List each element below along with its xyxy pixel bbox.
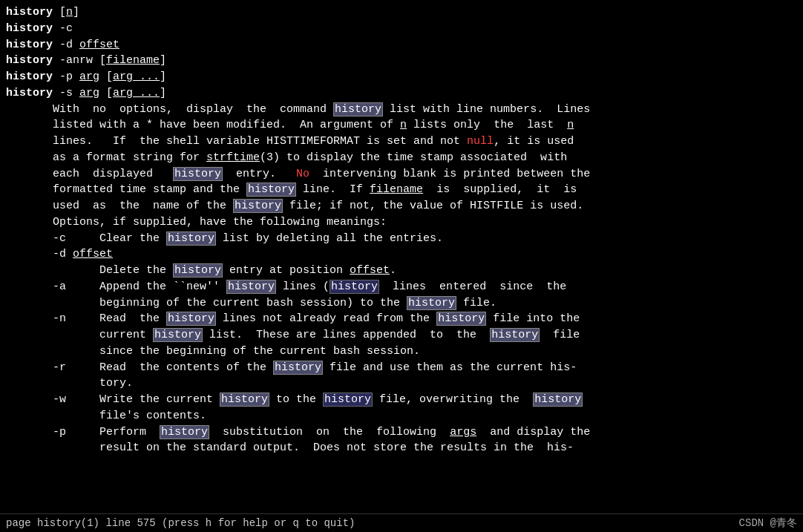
line-23: -r Read the contents of the history file… xyxy=(6,360,797,376)
line-7: With no options, display the command his… xyxy=(6,102,797,118)
line-17: Delete the history entry at position off… xyxy=(6,263,797,279)
line-11: each displayed history entry. No interve… xyxy=(6,166,797,183)
line-16: -d offset xyxy=(6,246,797,263)
line-12: formatted time stamp and the history lin… xyxy=(6,182,797,198)
line-15: -c Clear the history list by deleting al… xyxy=(6,231,797,247)
terminal-window: history [n] history -c history -d offset… xyxy=(0,3,803,532)
line-8: listed with a * have been modified. An a… xyxy=(6,117,797,134)
line-26: file's contents. xyxy=(6,408,797,424)
line-4: history -anrw [filename] xyxy=(6,53,797,69)
line-25: -w Write the current history to the hist… xyxy=(6,392,797,408)
line-10: as a format string for strftime(3) to di… xyxy=(6,150,797,166)
line-5: history -p arg [arg ...] xyxy=(6,69,797,85)
line-2: history -c xyxy=(6,21,797,37)
line-28: result on the standard output. Does not … xyxy=(6,440,797,456)
line-3: history -d offset xyxy=(6,37,797,53)
line-21: current history list. These are lines ap… xyxy=(6,327,797,344)
line-24: tory. xyxy=(6,375,797,392)
line-9: lines. If the shell variable HISTTIMEFOR… xyxy=(6,134,797,150)
line-22: since the beginning of the current bash … xyxy=(6,344,797,360)
terminal-content: history [n] history -c history -d offset… xyxy=(6,4,797,524)
line-1: history [n] xyxy=(6,4,797,21)
line-20: -n Read the history lines not already re… xyxy=(6,311,797,327)
status-text: page history(1) line 575 (press h for he… xyxy=(6,517,355,529)
line-14: Options, if supplied, have the following… xyxy=(6,214,797,231)
line-6: history -s arg [arg ...] xyxy=(6,85,797,102)
site-label: CSDN @青冬 xyxy=(739,516,797,531)
line-19: beginning of the current bash session) t… xyxy=(6,295,797,312)
line-18: -a Append the ``new'' history lines (his… xyxy=(6,279,797,295)
line-27: -p Perform history substitution on the f… xyxy=(6,424,797,441)
status-bar: page history(1) line 575 (press h for he… xyxy=(0,513,803,532)
line-13: used as the name of the history file; if… xyxy=(6,198,797,214)
